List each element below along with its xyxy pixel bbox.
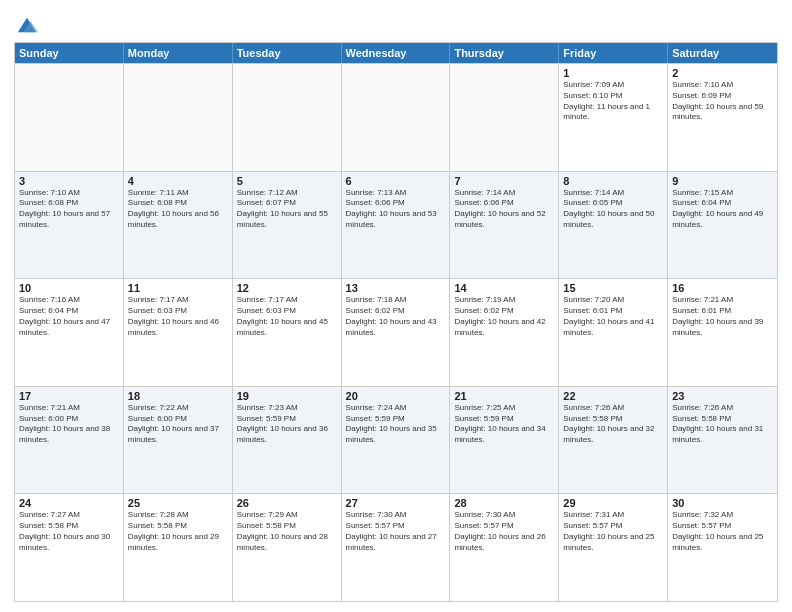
day-info-21: Sunrise: 7:25 AM Sunset: 5:59 PM Dayligh… (454, 403, 554, 446)
day-info-13: Sunrise: 7:18 AM Sunset: 6:02 PM Dayligh… (346, 295, 446, 338)
day-cell-27: 27Sunrise: 7:30 AM Sunset: 5:57 PM Dayli… (342, 494, 451, 601)
day-info-6: Sunrise: 7:13 AM Sunset: 6:06 PM Dayligh… (346, 188, 446, 231)
day-cell-4: 4Sunrise: 7:11 AM Sunset: 6:08 PM Daylig… (124, 172, 233, 279)
day-number-7: 7 (454, 175, 554, 187)
day-cell-17: 17Sunrise: 7:21 AM Sunset: 6:00 PM Dayli… (15, 387, 124, 494)
day-number-25: 25 (128, 497, 228, 509)
day-number-23: 23 (672, 390, 773, 402)
day-cell-21: 21Sunrise: 7:25 AM Sunset: 5:59 PM Dayli… (450, 387, 559, 494)
day-cell-30: 30Sunrise: 7:32 AM Sunset: 5:57 PM Dayli… (668, 494, 777, 601)
empty-cell-r0c3 (342, 64, 451, 171)
day-number-15: 15 (563, 282, 663, 294)
day-info-30: Sunrise: 7:32 AM Sunset: 5:57 PM Dayligh… (672, 510, 773, 553)
day-number-4: 4 (128, 175, 228, 187)
day-number-9: 9 (672, 175, 773, 187)
day-info-18: Sunrise: 7:22 AM Sunset: 6:00 PM Dayligh… (128, 403, 228, 446)
empty-cell-r0c1 (124, 64, 233, 171)
calendar-body: 1Sunrise: 7:09 AM Sunset: 6:10 PM Daylig… (15, 63, 777, 601)
day-cell-7: 7Sunrise: 7:14 AM Sunset: 6:06 PM Daylig… (450, 172, 559, 279)
logo-icon (16, 14, 38, 36)
day-cell-25: 25Sunrise: 7:28 AM Sunset: 5:58 PM Dayli… (124, 494, 233, 601)
day-number-29: 29 (563, 497, 663, 509)
day-info-17: Sunrise: 7:21 AM Sunset: 6:00 PM Dayligh… (19, 403, 119, 446)
weekday-header-friday: Friday (559, 43, 668, 63)
day-number-17: 17 (19, 390, 119, 402)
day-number-30: 30 (672, 497, 773, 509)
day-info-4: Sunrise: 7:11 AM Sunset: 6:08 PM Dayligh… (128, 188, 228, 231)
day-cell-8: 8Sunrise: 7:14 AM Sunset: 6:05 PM Daylig… (559, 172, 668, 279)
day-number-24: 24 (19, 497, 119, 509)
day-info-8: Sunrise: 7:14 AM Sunset: 6:05 PM Dayligh… (563, 188, 663, 231)
day-info-22: Sunrise: 7:26 AM Sunset: 5:58 PM Dayligh… (563, 403, 663, 446)
day-cell-9: 9Sunrise: 7:15 AM Sunset: 6:04 PM Daylig… (668, 172, 777, 279)
day-cell-24: 24Sunrise: 7:27 AM Sunset: 5:58 PM Dayli… (15, 494, 124, 601)
day-info-25: Sunrise: 7:28 AM Sunset: 5:58 PM Dayligh… (128, 510, 228, 553)
weekday-header-tuesday: Tuesday (233, 43, 342, 63)
weekday-header-saturday: Saturday (668, 43, 777, 63)
day-number-26: 26 (237, 497, 337, 509)
day-number-6: 6 (346, 175, 446, 187)
day-cell-2: 2Sunrise: 7:10 AM Sunset: 6:09 PM Daylig… (668, 64, 777, 171)
day-info-26: Sunrise: 7:29 AM Sunset: 5:58 PM Dayligh… (237, 510, 337, 553)
day-number-20: 20 (346, 390, 446, 402)
day-number-19: 19 (237, 390, 337, 402)
day-cell-16: 16Sunrise: 7:21 AM Sunset: 6:01 PM Dayli… (668, 279, 777, 386)
day-number-10: 10 (19, 282, 119, 294)
day-cell-26: 26Sunrise: 7:29 AM Sunset: 5:58 PM Dayli… (233, 494, 342, 601)
day-number-28: 28 (454, 497, 554, 509)
day-number-21: 21 (454, 390, 554, 402)
day-info-5: Sunrise: 7:12 AM Sunset: 6:07 PM Dayligh… (237, 188, 337, 231)
day-number-27: 27 (346, 497, 446, 509)
empty-cell-r0c4 (450, 64, 559, 171)
day-cell-1: 1Sunrise: 7:09 AM Sunset: 6:10 PM Daylig… (559, 64, 668, 171)
calendar-row-0: 1Sunrise: 7:09 AM Sunset: 6:10 PM Daylig… (15, 63, 777, 171)
day-cell-18: 18Sunrise: 7:22 AM Sunset: 6:00 PM Dayli… (124, 387, 233, 494)
day-info-2: Sunrise: 7:10 AM Sunset: 6:09 PM Dayligh… (672, 80, 773, 123)
day-info-14: Sunrise: 7:19 AM Sunset: 6:02 PM Dayligh… (454, 295, 554, 338)
weekday-header-thursday: Thursday (450, 43, 559, 63)
weekday-header-wednesday: Wednesday (342, 43, 451, 63)
day-cell-23: 23Sunrise: 7:26 AM Sunset: 5:58 PM Dayli… (668, 387, 777, 494)
day-number-11: 11 (128, 282, 228, 294)
calendar-row-4: 24Sunrise: 7:27 AM Sunset: 5:58 PM Dayli… (15, 493, 777, 601)
day-cell-29: 29Sunrise: 7:31 AM Sunset: 5:57 PM Dayli… (559, 494, 668, 601)
calendar-row-3: 17Sunrise: 7:21 AM Sunset: 6:00 PM Dayli… (15, 386, 777, 494)
day-cell-14: 14Sunrise: 7:19 AM Sunset: 6:02 PM Dayli… (450, 279, 559, 386)
day-number-3: 3 (19, 175, 119, 187)
day-info-10: Sunrise: 7:16 AM Sunset: 6:04 PM Dayligh… (19, 295, 119, 338)
day-info-29: Sunrise: 7:31 AM Sunset: 5:57 PM Dayligh… (563, 510, 663, 553)
page: SundayMondayTuesdayWednesdayThursdayFrid… (0, 0, 792, 612)
calendar-row-1: 3Sunrise: 7:10 AM Sunset: 6:08 PM Daylig… (15, 171, 777, 279)
day-cell-15: 15Sunrise: 7:20 AM Sunset: 6:01 PM Dayli… (559, 279, 668, 386)
day-cell-11: 11Sunrise: 7:17 AM Sunset: 6:03 PM Dayli… (124, 279, 233, 386)
day-cell-3: 3Sunrise: 7:10 AM Sunset: 6:08 PM Daylig… (15, 172, 124, 279)
day-info-12: Sunrise: 7:17 AM Sunset: 6:03 PM Dayligh… (237, 295, 337, 338)
day-info-19: Sunrise: 7:23 AM Sunset: 5:59 PM Dayligh… (237, 403, 337, 446)
day-info-23: Sunrise: 7:26 AM Sunset: 5:58 PM Dayligh… (672, 403, 773, 446)
day-cell-13: 13Sunrise: 7:18 AM Sunset: 6:02 PM Dayli… (342, 279, 451, 386)
day-info-24: Sunrise: 7:27 AM Sunset: 5:58 PM Dayligh… (19, 510, 119, 553)
day-info-20: Sunrise: 7:24 AM Sunset: 5:59 PM Dayligh… (346, 403, 446, 446)
day-info-9: Sunrise: 7:15 AM Sunset: 6:04 PM Dayligh… (672, 188, 773, 231)
day-cell-5: 5Sunrise: 7:12 AM Sunset: 6:07 PM Daylig… (233, 172, 342, 279)
day-cell-6: 6Sunrise: 7:13 AM Sunset: 6:06 PM Daylig… (342, 172, 451, 279)
day-number-13: 13 (346, 282, 446, 294)
day-number-2: 2 (672, 67, 773, 79)
calendar-header: SundayMondayTuesdayWednesdayThursdayFrid… (15, 43, 777, 63)
day-number-12: 12 (237, 282, 337, 294)
day-info-15: Sunrise: 7:20 AM Sunset: 6:01 PM Dayligh… (563, 295, 663, 338)
empty-cell-r0c2 (233, 64, 342, 171)
day-cell-22: 22Sunrise: 7:26 AM Sunset: 5:58 PM Dayli… (559, 387, 668, 494)
day-cell-20: 20Sunrise: 7:24 AM Sunset: 5:59 PM Dayli… (342, 387, 451, 494)
day-cell-10: 10Sunrise: 7:16 AM Sunset: 6:04 PM Dayli… (15, 279, 124, 386)
day-number-8: 8 (563, 175, 663, 187)
day-info-11: Sunrise: 7:17 AM Sunset: 6:03 PM Dayligh… (128, 295, 228, 338)
day-number-5: 5 (237, 175, 337, 187)
day-cell-12: 12Sunrise: 7:17 AM Sunset: 6:03 PM Dayli… (233, 279, 342, 386)
day-info-27: Sunrise: 7:30 AM Sunset: 5:57 PM Dayligh… (346, 510, 446, 553)
day-info-16: Sunrise: 7:21 AM Sunset: 6:01 PM Dayligh… (672, 295, 773, 338)
day-number-14: 14 (454, 282, 554, 294)
weekday-header-sunday: Sunday (15, 43, 124, 63)
day-info-1: Sunrise: 7:09 AM Sunset: 6:10 PM Dayligh… (563, 80, 663, 123)
day-number-16: 16 (672, 282, 773, 294)
